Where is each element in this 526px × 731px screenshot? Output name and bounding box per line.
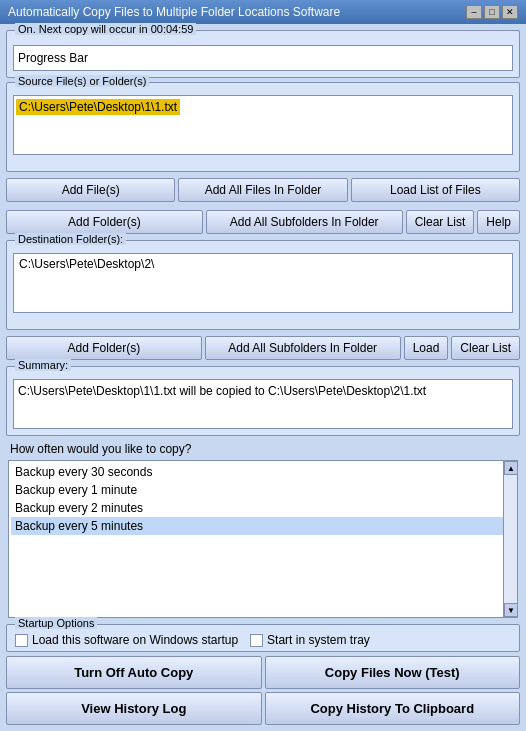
source-files-list: C:\Users\Pete\Desktop\1\1.txt [13, 95, 513, 155]
title-bar: Automatically Copy Files to Multiple Fol… [0, 0, 526, 24]
scroll-down-arrow[interactable]: ▼ [504, 603, 518, 617]
startup-options-group: Startup Options Load this software on Wi… [6, 624, 520, 652]
dest-folders-group: Destination Folder(s): C:\Users\Pete\Des… [6, 240, 520, 330]
load-list-button[interactable]: Load List of Files [351, 178, 520, 202]
freq-item-30s[interactable]: Backup every 30 seconds [11, 463, 515, 481]
help-button[interactable]: Help [477, 210, 520, 234]
load-on-startup-checkbox-label[interactable]: Load this software on Windows startup [15, 633, 238, 647]
maximize-button[interactable]: □ [484, 5, 500, 19]
dest-load-button[interactable]: Load [404, 336, 449, 360]
load-on-startup-checkbox[interactable] [15, 634, 28, 647]
bottom-buttons-row1: Turn Off Auto Copy Copy Files Now (Test) [6, 656, 520, 689]
source-buttons-row2: Add Folder(s) Add All Subfolders In Fold… [6, 210, 520, 234]
copy-files-now-button[interactable]: Copy Files Now (Test) [265, 656, 521, 689]
progress-bar: Progress Bar [13, 45, 513, 71]
progress-bar-text: Progress Bar [18, 51, 88, 65]
source-file-item[interactable]: C:\Users\Pete\Desktop\1\1.txt [16, 99, 180, 115]
source-buttons-row1: Add File(s) Add All Files In Folder Load… [6, 178, 520, 202]
dest-clear-list-button[interactable]: Clear List [451, 336, 520, 360]
turn-off-auto-copy-button[interactable]: Turn Off Auto Copy [6, 656, 262, 689]
load-on-startup-text: Load this software on Windows startup [32, 633, 238, 647]
on-next-copy-label: On. Next copy will occur in 00:04:59 [15, 23, 196, 35]
source-files-group: Source File(s) or Folder(s) C:\Users\Pet… [6, 82, 520, 172]
dest-add-folder-button[interactable]: Add Folder(s) [6, 336, 202, 360]
copy-frequency-group: How often would you like to copy? Backup… [6, 440, 520, 620]
scrollbar: ▲ ▼ [503, 461, 517, 617]
freq-item-2m[interactable]: Backup every 2 minutes [11, 499, 515, 517]
view-history-log-button[interactable]: View History Log [6, 692, 262, 725]
bottom-buttons-row2: View History Log Copy History To Clipboa… [6, 692, 520, 725]
copy-frequency-container: Backup every 30 seconds Backup every 1 m… [6, 458, 520, 620]
dest-add-all-subfolders-button[interactable]: Add All Subfolders In Folder [205, 336, 401, 360]
bottom-buttons: Turn Off Auto Copy Copy Files Now (Test)… [6, 656, 520, 725]
on-next-copy-group: On. Next copy will occur in 00:04:59 Pro… [6, 30, 520, 78]
minimize-button[interactable]: – [466, 5, 482, 19]
source-clear-list-button[interactable]: Clear List [406, 210, 475, 234]
copy-frequency-label: How often would you like to copy? [6, 440, 520, 458]
copy-history-to-clipboard-button[interactable]: Copy History To Clipboard [265, 692, 521, 725]
title-bar-buttons: – □ ✕ [466, 5, 518, 19]
startup-options-row: Load this software on Windows startup St… [15, 629, 511, 647]
freq-item-1m[interactable]: Backup every 1 minute [11, 481, 515, 499]
source-add-folder-button[interactable]: Add Folder(s) [6, 210, 203, 234]
dest-buttons-row: Add Folder(s) Add All Subfolders In Fold… [6, 336, 520, 360]
summary-label: Summary: [15, 359, 71, 371]
summary-group: Summary: C:\Users\Pete\Desktop\1\1.txt w… [6, 366, 520, 436]
copy-frequency-list[interactable]: Backup every 30 seconds Backup every 1 m… [8, 460, 518, 618]
source-files-label: Source File(s) or Folder(s) [15, 75, 149, 87]
scroll-up-arrow[interactable]: ▲ [504, 461, 518, 475]
close-button[interactable]: ✕ [502, 5, 518, 19]
source-add-all-subfolders-button[interactable]: Add All Subfolders In Folder [206, 210, 403, 234]
startup-options-label: Startup Options [15, 617, 97, 629]
dest-folders-label: Destination Folder(s): [15, 233, 126, 245]
start-in-tray-checkbox[interactable] [250, 634, 263, 647]
main-window: On. Next copy will occur in 00:04:59 Pro… [0, 24, 526, 731]
dest-folder-item[interactable]: C:\Users\Pete\Desktop\2\ [16, 256, 510, 272]
freq-item-5m[interactable]: Backup every 5 minutes [11, 517, 515, 535]
start-in-tray-text: Start in system tray [267, 633, 370, 647]
summary-text: C:\Users\Pete\Desktop\1\1.txt will be co… [13, 379, 513, 429]
dest-folders-list: C:\Users\Pete\Desktop\2\ [13, 253, 513, 313]
start-in-tray-checkbox-label[interactable]: Start in system tray [250, 633, 370, 647]
window-title: Automatically Copy Files to Multiple Fol… [8, 5, 340, 19]
add-files-button[interactable]: Add File(s) [6, 178, 175, 202]
add-all-files-button[interactable]: Add All Files In Folder [178, 178, 347, 202]
